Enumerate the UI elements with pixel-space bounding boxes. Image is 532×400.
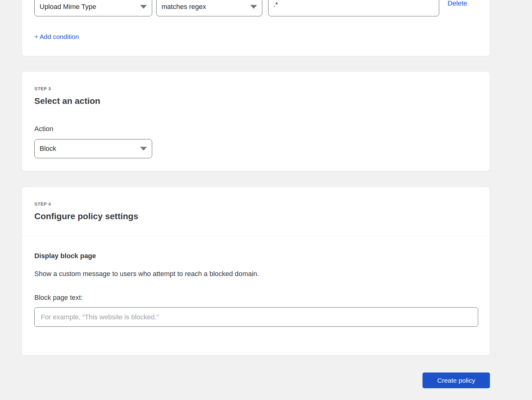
display-block-page-description: Show a custom message to users who attem… — [34, 270, 477, 278]
chevron-down-icon — [140, 147, 147, 151]
step4-card: STEP 4 Configure policy settings Display… — [22, 187, 490, 355]
display-block-page-heading: Display block page — [34, 252, 477, 260]
step3-step-label: STEP 3 — [34, 86, 477, 91]
step4-step-label: STEP 4 — [34, 201, 477, 207]
step3-header: STEP 3 Select an action Action Block — [22, 72, 490, 158]
condition-operator-value: matches regex — [161, 3, 206, 11]
action-select[interactable]: Block — [34, 139, 152, 158]
create-policy-button-label: Create policy — [437, 377, 475, 384]
step3-card: STEP 3 Select an action Action Block — [22, 71, 490, 171]
block-page-text-label: Block page text: — [34, 294, 477, 302]
add-condition-link[interactable]: + Add condition — [34, 33, 79, 40]
chevron-down-icon — [140, 5, 147, 9]
condition-operator-select[interactable]: matches regex — [156, 0, 262, 16]
create-policy-button[interactable]: Create policy — [423, 372, 490, 388]
action-field-label: Action — [34, 125, 477, 133]
block-page-text-input[interactable] — [34, 307, 478, 327]
condition-row: Upload Mime Type matches regex .* Delete — [34, 0, 477, 16]
condition-type-value: Upload Mime Type — [40, 3, 96, 11]
condition-card: Upload Mime Type matches regex .* Delete… — [22, 0, 490, 56]
chevron-down-icon — [250, 5, 257, 9]
step4-header: STEP 4 Configure policy settings — [22, 187, 490, 222]
condition-type-select[interactable]: Upload Mime Type — [34, 0, 152, 16]
condition-value-input[interactable]: .* — [268, 0, 439, 16]
step3-title: Select an action — [34, 96, 477, 106]
block-page-section: Display block page Show a custom message… — [22, 236, 490, 327]
step4-title: Configure policy settings — [34, 211, 477, 222]
action-select-value: Block — [40, 145, 56, 153]
delete-condition-link[interactable]: Delete — [448, 0, 467, 8]
